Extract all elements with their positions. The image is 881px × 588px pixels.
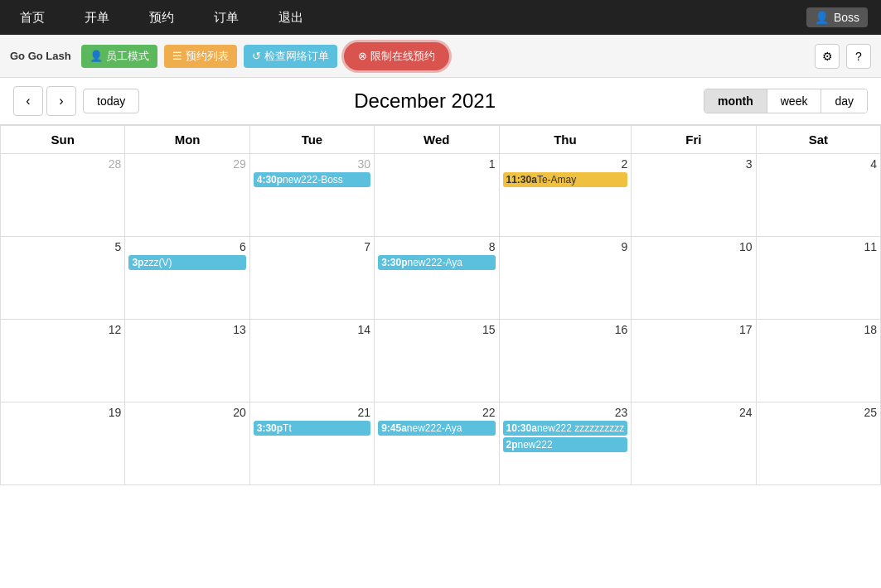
employee-mode-button[interactable]: 👤 员工模式 — [81, 45, 157, 68]
calendar-cell[interactable]: 7 — [250, 237, 375, 320]
toolbar: Go Go Lash 👤 员工模式 ☰ 预约列表 ↺ 检查网络订单 ⊗ 限制在线… — [0, 35, 881, 78]
calendar-cell[interactable]: 2310:30anew222 zzzzzzzzzz2pnew222 — [500, 402, 632, 485]
cell-date: 20 — [128, 406, 245, 419]
settings-button[interactable]: ⚙ — [815, 44, 840, 69]
cell-date: 5 — [4, 240, 121, 253]
limit-online-button[interactable]: ⊗ 限制在线预约 — [344, 42, 449, 70]
cell-date: 21 — [254, 406, 370, 419]
calendar-event[interactable]: 2pnew222 — [503, 437, 628, 452]
calendar-event[interactable]: 9:45anew222-Aya — [378, 421, 495, 436]
cell-date: 16 — [503, 323, 628, 336]
calendar-cell[interactable]: 24 — [632, 402, 756, 485]
cell-date: 13 — [128, 323, 245, 336]
month-view-button[interactable]: month — [704, 89, 767, 113]
calendar-cell[interactable]: 19 — [1, 402, 125, 485]
calendar-cell[interactable]: 13 — [125, 320, 249, 402]
refresh-icon: ↺ — [252, 50, 261, 62]
calendar-cell[interactable]: 12 — [1, 320, 125, 402]
event-time: 9:45a — [381, 422, 407, 434]
calendar-cell[interactable]: 14 — [250, 320, 375, 402]
calendar-cell[interactable]: 229:45anew222-Aya — [375, 402, 499, 485]
week-view-button[interactable]: week — [767, 89, 822, 113]
event-text: new222-Aya — [407, 422, 462, 434]
block-icon: ⊗ — [358, 50, 367, 62]
cell-date: 9 — [503, 240, 628, 253]
chevron-right-icon: › — [59, 94, 63, 108]
calendar-event[interactable]: 10:30anew222 zzzzzzzzzz — [503, 421, 628, 436]
toolbar-right: ⚙ ? — [815, 44, 871, 69]
appointment-list-button[interactable]: ☰ 预约列表 — [164, 45, 237, 68]
calendar-event[interactable]: 3:30pnew222-Aya — [378, 255, 495, 270]
calendar-cell[interactable]: 28 — [1, 154, 125, 237]
calendar-cell[interactable]: 83:30pnew222-Aya — [375, 237, 499, 320]
check-online-button[interactable]: ↺ 检查网络订单 — [244, 45, 337, 68]
chevron-left-icon: ‹ — [26, 94, 30, 108]
view-switcher: month week day — [704, 89, 868, 113]
cell-date: 22 — [378, 406, 495, 419]
user-name: Boss — [834, 11, 859, 24]
user-icon: 👤 — [815, 11, 829, 24]
calendar-cell[interactable]: 213:30pTt — [250, 402, 375, 485]
calendar-cell[interactable]: 211:30aTe-Amay — [500, 154, 632, 237]
next-button[interactable]: › — [46, 86, 76, 116]
calendar-cell[interactable]: 9 — [500, 237, 632, 320]
user-menu[interactable]: 👤 Boss — [806, 7, 868, 27]
nav-home[interactable]: 首页 — [13, 7, 51, 29]
calendar-cell[interactable]: 63pzzz(V) — [125, 237, 249, 320]
cell-date: 11 — [760, 240, 877, 253]
list-icon: ☰ — [172, 50, 182, 62]
day-header: Fri — [632, 126, 756, 154]
event-text: Tt — [283, 422, 292, 434]
calendar-event[interactable]: 4:30pnew222-Boss — [254, 172, 370, 187]
event-time: 4:30p — [257, 174, 283, 186]
day-header: Thu — [500, 126, 632, 154]
calendar-cell[interactable]: 18 — [757, 320, 881, 402]
prev-button[interactable]: ‹ — [13, 86, 43, 116]
day-header: Wed — [375, 126, 499, 154]
today-button[interactable]: today — [83, 89, 139, 113]
cell-date: 24 — [635, 406, 752, 419]
calendar-cell[interactable]: 304:30pnew222-Boss — [250, 154, 375, 237]
calendar-cell[interactable]: 16 — [500, 320, 632, 402]
calendar-cell[interactable]: 4 — [757, 154, 881, 237]
calendar-cell[interactable]: 10 — [632, 237, 756, 320]
cell-date: 18 — [760, 323, 877, 336]
brand-label: Go Go Lash — [10, 50, 71, 62]
nav-logout[interactable]: 退出 — [272, 7, 310, 29]
cell-date: 19 — [4, 406, 121, 419]
calendar-cell[interactable]: 11 — [757, 237, 881, 320]
calendar-cell[interactable]: 17 — [632, 320, 756, 402]
event-text: zzz(V) — [143, 257, 172, 268]
cell-date: 23 — [503, 406, 628, 419]
cell-date: 10 — [635, 240, 752, 253]
calendar-cell[interactable]: 5 — [1, 237, 125, 320]
cell-date: 3 — [635, 157, 752, 171]
calendar-event[interactable]: 3:30pTt — [254, 421, 370, 436]
event-time: 2p — [506, 439, 518, 451]
calendar-cell[interactable]: 25 — [757, 402, 881, 485]
calendar-cell[interactable]: 3 — [632, 154, 756, 237]
day-header: Sat — [757, 126, 881, 154]
nav-order[interactable]: 订单 — [207, 7, 245, 29]
cell-date: 14 — [254, 323, 370, 336]
help-button[interactable]: ? — [846, 44, 871, 69]
event-text: new222-Aya — [407, 257, 462, 268]
calendar-event[interactable]: 3pzzz(V) — [128, 255, 245, 270]
nav-appointment[interactable]: 预约 — [143, 7, 181, 29]
day-header: Tue — [250, 126, 375, 154]
calendar-cell[interactable]: 1 — [375, 154, 499, 237]
cell-date: 30 — [254, 157, 370, 171]
calendar-header: ‹ › today December 2021 month week day — [0, 78, 881, 125]
event-text: new222 zzzzzzzzzz — [537, 422, 624, 434]
nav-open-order[interactable]: 开单 — [78, 7, 116, 29]
calendar-cell[interactable]: 20 — [125, 402, 249, 485]
event-time: 3p — [132, 257, 143, 268]
calendar-cell[interactable]: 29 — [125, 154, 249, 237]
employee-icon: 👤 — [90, 50, 103, 62]
gear-icon: ⚙ — [822, 50, 833, 63]
day-view-button[interactable]: day — [821, 89, 867, 113]
calendar-event[interactable]: 11:30aTe-Amay — [503, 172, 628, 187]
cell-date: 1 — [378, 157, 495, 171]
calendar-cell[interactable]: 15 — [375, 320, 499, 402]
cell-date: 6 — [128, 240, 245, 253]
